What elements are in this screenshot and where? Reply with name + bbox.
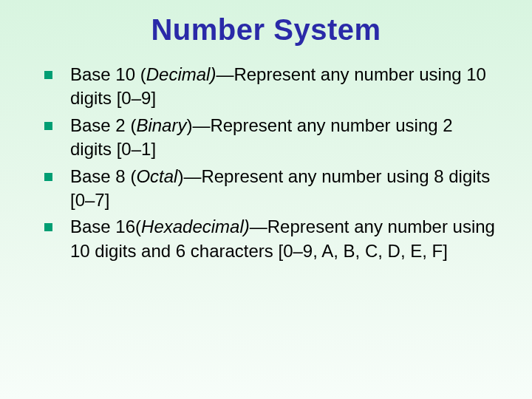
base-prefix: Base 16( (70, 216, 141, 236)
list-item: Base 2 (Binary)—Represent any number usi… (44, 114, 495, 162)
list-item: Base 8 (Octal)—Represent any number usin… (44, 165, 495, 213)
content-area: Base 10 (Decimal)—Represent any number u… (30, 63, 502, 263)
square-bullet-icon (44, 173, 52, 181)
item-text: Base 8 (Octal)—Represent any number usin… (70, 165, 495, 213)
list-item: Base 10 (Decimal)—Represent any number u… (44, 63, 495, 111)
base-prefix: Base 2 ( (70, 115, 136, 135)
base-prefix: Base 10 ( (70, 64, 146, 84)
base-prefix: Base 8 ( (70, 166, 136, 186)
base-name: Binary (136, 115, 186, 135)
item-text: Base 16(Hexadecimal)—Represent any numbe… (70, 215, 495, 263)
square-bullet-icon (44, 223, 52, 231)
square-bullet-icon (44, 122, 52, 130)
slide: Number System Base 10 (Decimal)—Represen… (0, 0, 532, 399)
base-name: Decimal) (146, 64, 216, 84)
base-name: Hexadecimal) (141, 216, 250, 236)
item-text: Base 2 (Binary)—Represent any number usi… (70, 114, 495, 162)
list-item: Base 16(Hexadecimal)—Represent any numbe… (44, 215, 495, 263)
square-bullet-icon (44, 71, 52, 79)
base-name: Octal (136, 166, 177, 186)
slide-title: Number System (30, 13, 502, 47)
item-text: Base 10 (Decimal)—Represent any number u… (70, 63, 495, 111)
